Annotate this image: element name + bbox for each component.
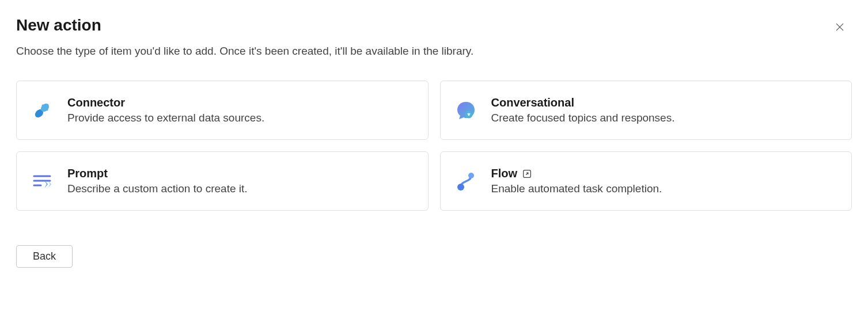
close-button[interactable] [831,18,848,37]
conversational-icon [454,99,477,122]
page-subtitle: Choose the type of item you'd like to ad… [16,45,852,58]
card-description: Provide access to external data sources. [67,112,264,124]
card-prompt[interactable]: Prompt Describe a custom action to creat… [16,151,429,211]
card-title: Conversational [491,96,574,109]
page-title: New action [16,16,101,35]
connector-icon [31,99,54,122]
flow-icon [454,170,477,193]
svg-point-11 [468,173,474,178]
card-title: Flow [491,167,518,180]
svg-point-5 [47,109,48,111]
card-description: Describe a custom action to create it. [67,182,248,195]
card-connector[interactable]: Connector Provide access to external dat… [16,81,429,140]
card-title: Connector [67,96,125,109]
close-icon [835,22,845,34]
action-type-grid: Connector Provide access to external dat… [16,81,852,211]
external-link-icon [522,169,532,179]
card-conversational[interactable]: Conversational Create focused topics and… [440,81,852,140]
back-button[interactable]: Back [16,245,73,268]
svg-point-4 [42,104,44,106]
svg-point-10 [457,184,464,191]
card-flow[interactable]: Flow Enable automated task completion. [440,151,852,211]
card-title: Prompt [67,167,108,180]
prompt-icon [31,170,54,193]
card-description: Enable automated task completion. [491,182,662,195]
card-description: Create focused topics and responses. [491,112,675,124]
